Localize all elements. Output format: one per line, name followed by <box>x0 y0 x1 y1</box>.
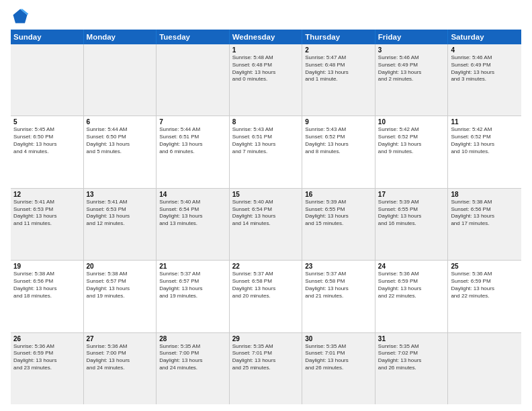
day-number: 9 <box>305 118 372 126</box>
cal-cell: 6Sunrise: 5:44 AM Sunset: 6:50 PM Daylig… <box>84 116 157 187</box>
cell-info: Sunrise: 5:39 AM Sunset: 6:55 PM Dayligh… <box>305 199 372 228</box>
cell-info: Sunrise: 5:42 AM Sunset: 6:52 PM Dayligh… <box>451 126 519 155</box>
day-number: 4 <box>451 46 519 54</box>
cell-info: Sunrise: 5:35 AM Sunset: 7:01 PM Dayligh… <box>305 343 372 372</box>
cell-info: Sunrise: 5:44 AM Sunset: 6:50 PM Dayligh… <box>87 126 154 155</box>
cal-cell: 11Sunrise: 5:42 AM Sunset: 6:52 PM Dayli… <box>448 116 521 187</box>
cal-row: 19Sunrise: 5:38 AM Sunset: 6:56 PM Dayli… <box>11 261 521 332</box>
cell-info: Sunrise: 5:37 AM Sunset: 6:58 PM Dayligh… <box>305 271 372 300</box>
cal-header-cell: Monday <box>84 30 157 44</box>
day-number: 19 <box>13 263 81 270</box>
cal-row: 26Sunrise: 5:36 AM Sunset: 6:59 PM Dayli… <box>11 333 521 404</box>
cal-row: 12Sunrise: 5:41 AM Sunset: 6:53 PM Dayli… <box>11 189 521 261</box>
cal-header-cell: Tuesday <box>157 30 230 44</box>
cal-cell: 16Sunrise: 5:39 AM Sunset: 6:55 PM Dayli… <box>302 189 375 260</box>
cell-info: Sunrise: 5:39 AM Sunset: 6:55 PM Dayligh… <box>378 199 445 228</box>
cal-cell: 29Sunrise: 5:35 AM Sunset: 7:01 PM Dayli… <box>230 333 303 404</box>
cal-cell: 18Sunrise: 5:38 AM Sunset: 6:56 PM Dayli… <box>448 189 521 260</box>
cell-info: Sunrise: 5:41 AM Sunset: 6:53 PM Dayligh… <box>87 199 154 228</box>
day-number: 13 <box>87 191 154 198</box>
day-number: 10 <box>378 118 445 126</box>
cell-info: Sunrise: 5:47 AM Sunset: 6:48 PM Dayligh… <box>305 54 372 83</box>
cal-cell: 17Sunrise: 5:39 AM Sunset: 6:55 PM Dayli… <box>375 189 449 260</box>
day-number: 31 <box>378 335 445 342</box>
cal-cell: 22Sunrise: 5:37 AM Sunset: 6:58 PM Dayli… <box>230 261 303 332</box>
cal-cell: 31Sunrise: 5:35 AM Sunset: 7:02 PM Dayli… <box>375 333 449 404</box>
cal-cell: 9Sunrise: 5:43 AM Sunset: 6:52 PM Daylig… <box>302 116 375 187</box>
cal-cell: 24Sunrise: 5:36 AM Sunset: 6:59 PM Dayli… <box>375 261 449 332</box>
cal-cell: 14Sunrise: 5:40 AM Sunset: 6:54 PM Dayli… <box>157 189 230 260</box>
cell-info: Sunrise: 5:38 AM Sunset: 6:57 PM Dayligh… <box>87 271 154 300</box>
cell-info: Sunrise: 5:36 AM Sunset: 6:59 PM Dayligh… <box>378 271 445 300</box>
day-number: 22 <box>232 263 300 270</box>
day-number: 25 <box>451 263 519 270</box>
day-number: 3 <box>378 46 445 54</box>
calendar-body: 1Sunrise: 5:48 AM Sunset: 6:48 PM Daylig… <box>11 44 521 404</box>
cal-cell: 5Sunrise: 5:45 AM Sunset: 6:50 PM Daylig… <box>11 116 84 187</box>
cal-cell: 23Sunrise: 5:37 AM Sunset: 6:58 PM Dayli… <box>302 261 375 332</box>
cal-header-cell: Friday <box>375 30 449 44</box>
cal-cell: 12Sunrise: 5:41 AM Sunset: 6:53 PM Dayli… <box>11 189 84 260</box>
cal-cell: 20Sunrise: 5:38 AM Sunset: 6:57 PM Dayli… <box>84 261 157 332</box>
page: SundayMondayTuesdayWednesdayThursdayFrid… <box>0 0 532 411</box>
cal-cell: 27Sunrise: 5:36 AM Sunset: 7:00 PM Dayli… <box>84 333 157 404</box>
day-number: 26 <box>13 335 81 342</box>
logo-icon <box>11 7 30 26</box>
cell-info: Sunrise: 5:38 AM Sunset: 6:56 PM Dayligh… <box>451 199 519 228</box>
cell-info: Sunrise: 5:36 AM Sunset: 7:00 PM Dayligh… <box>87 343 154 372</box>
day-number: 17 <box>378 191 445 198</box>
day-number: 5 <box>13 118 81 126</box>
cal-cell: 28Sunrise: 5:35 AM Sunset: 7:00 PM Dayli… <box>157 333 230 404</box>
day-number: 11 <box>451 118 519 126</box>
cal-cell: 1Sunrise: 5:48 AM Sunset: 6:48 PM Daylig… <box>230 44 303 116</box>
cal-cell: 30Sunrise: 5:35 AM Sunset: 7:01 PM Dayli… <box>302 333 375 404</box>
day-number: 2 <box>305 46 372 54</box>
cal-header-cell: Wednesday <box>230 30 303 44</box>
cell-info: Sunrise: 5:38 AM Sunset: 6:56 PM Dayligh… <box>13 271 81 300</box>
cell-info: Sunrise: 5:43 AM Sunset: 6:52 PM Dayligh… <box>305 126 372 155</box>
day-number: 8 <box>232 118 300 126</box>
day-number: 27 <box>87 335 154 342</box>
day-number: 18 <box>451 191 519 198</box>
cal-cell: 21Sunrise: 5:37 AM Sunset: 6:57 PM Dayli… <box>157 261 230 332</box>
cal-cell: 25Sunrise: 5:36 AM Sunset: 6:59 PM Dayli… <box>448 261 521 332</box>
cal-row: 5Sunrise: 5:45 AM Sunset: 6:50 PM Daylig… <box>11 116 521 188</box>
cal-cell: 2Sunrise: 5:47 AM Sunset: 6:48 PM Daylig… <box>302 44 375 116</box>
cal-cell: 8Sunrise: 5:43 AM Sunset: 6:51 PM Daylig… <box>230 116 303 187</box>
cell-info: Sunrise: 5:45 AM Sunset: 6:50 PM Dayligh… <box>13 126 81 155</box>
day-number: 21 <box>159 263 226 270</box>
cal-cell: 4Sunrise: 5:46 AM Sunset: 6:49 PM Daylig… <box>448 44 521 116</box>
cal-row: 1Sunrise: 5:48 AM Sunset: 6:48 PM Daylig… <box>11 44 521 116</box>
cell-info: Sunrise: 5:35 AM Sunset: 7:02 PM Dayligh… <box>378 343 445 372</box>
day-number: 14 <box>159 191 226 198</box>
cal-cell: 3Sunrise: 5:46 AM Sunset: 6:49 PM Daylig… <box>375 44 449 116</box>
cell-info: Sunrise: 5:37 AM Sunset: 6:58 PM Dayligh… <box>232 271 300 300</box>
day-number: 20 <box>87 263 154 270</box>
cal-cell: 19Sunrise: 5:38 AM Sunset: 6:56 PM Dayli… <box>11 261 84 332</box>
cell-info: Sunrise: 5:36 AM Sunset: 6:59 PM Dayligh… <box>13 343 81 372</box>
day-number: 1 <box>232 46 300 54</box>
cell-info: Sunrise: 5:48 AM Sunset: 6:48 PM Dayligh… <box>232 54 300 83</box>
cal-cell <box>11 44 84 116</box>
cal-cell: 26Sunrise: 5:36 AM Sunset: 6:59 PM Dayli… <box>11 333 84 404</box>
cell-info: Sunrise: 5:37 AM Sunset: 6:57 PM Dayligh… <box>159 271 226 300</box>
day-number: 29 <box>232 335 300 342</box>
cal-header-cell: Thursday <box>302 30 375 44</box>
cal-header-cell: Saturday <box>448 30 521 44</box>
header <box>11 7 521 26</box>
cell-info: Sunrise: 5:43 AM Sunset: 6:51 PM Dayligh… <box>232 126 300 155</box>
day-number: 12 <box>13 191 81 198</box>
day-number: 28 <box>159 335 226 342</box>
cell-info: Sunrise: 5:36 AM Sunset: 6:59 PM Dayligh… <box>451 271 519 300</box>
calendar-header: SundayMondayTuesdayWednesdayThursdayFrid… <box>11 30 521 44</box>
cal-cell: 13Sunrise: 5:41 AM Sunset: 6:53 PM Dayli… <box>84 189 157 260</box>
day-number: 7 <box>159 118 226 126</box>
day-number: 6 <box>87 118 154 126</box>
cell-info: Sunrise: 5:35 AM Sunset: 7:01 PM Dayligh… <box>232 343 300 372</box>
cell-info: Sunrise: 5:41 AM Sunset: 6:53 PM Dayligh… <box>13 199 81 228</box>
day-number: 15 <box>232 191 300 198</box>
cell-info: Sunrise: 5:40 AM Sunset: 6:54 PM Dayligh… <box>232 199 300 228</box>
cell-info: Sunrise: 5:35 AM Sunset: 7:00 PM Dayligh… <box>159 343 226 372</box>
calendar: SundayMondayTuesdayWednesdayThursdayFrid… <box>11 30 521 404</box>
cell-info: Sunrise: 5:46 AM Sunset: 6:49 PM Dayligh… <box>378 54 445 83</box>
